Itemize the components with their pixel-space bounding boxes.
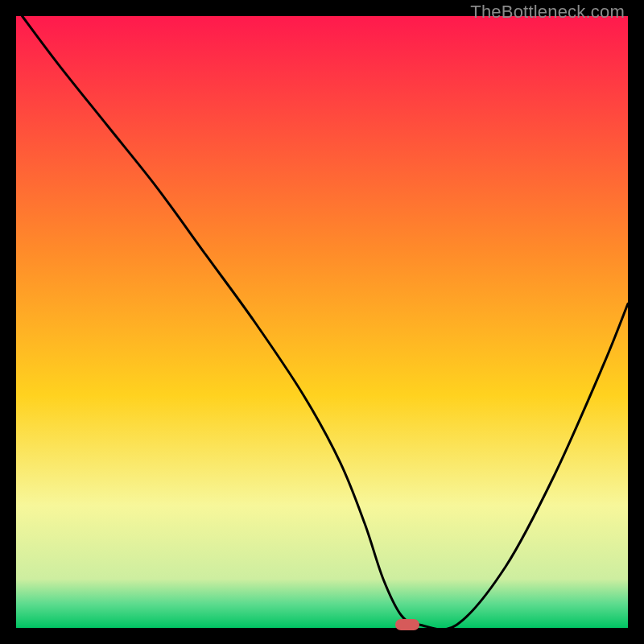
optimal-marker bbox=[395, 619, 419, 630]
gradient-background bbox=[16, 16, 628, 628]
bottleneck-chart bbox=[16, 16, 628, 628]
watermark-label: TheBottleneck.com bbox=[470, 2, 625, 23]
chart-frame bbox=[16, 16, 628, 628]
